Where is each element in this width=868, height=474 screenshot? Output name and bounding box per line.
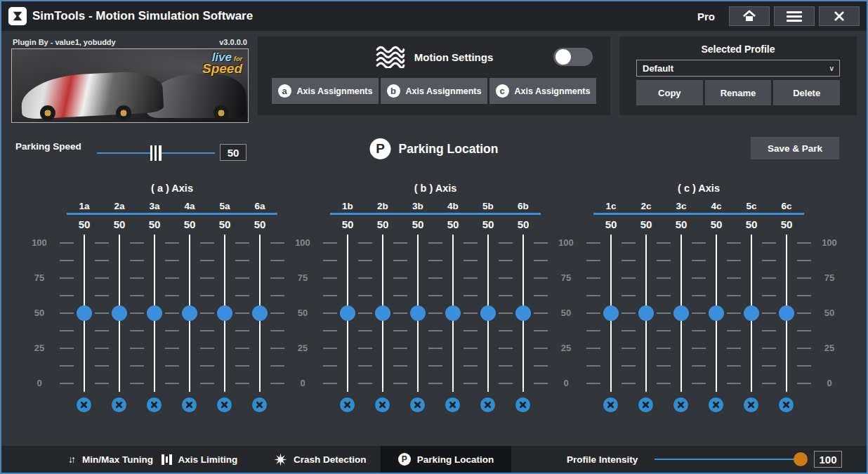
axis-assignments-a-button[interactable]: a Axis Assignments — [272, 78, 379, 104]
circled-a-icon: a — [278, 84, 291, 98]
tick-mark — [692, 348, 706, 349]
tick-mark — [657, 383, 671, 384]
tick-mark — [499, 348, 513, 349]
channel-label-4c: 4c — [699, 201, 734, 211]
channel-value-2b: 50 — [365, 218, 400, 230]
tick-mark — [165, 330, 179, 331]
axis-area: 1007550250100755025010075502501007550250… — [1, 163, 868, 423]
motion-toggle[interactable] — [553, 48, 593, 66]
axis-group-a: ( a ) Axis1a502a503a504a505a506a50 — [67, 163, 277, 423]
slider-thumb-2b[interactable] — [375, 305, 390, 321]
slider-thumb-4a[interactable] — [182, 305, 197, 321]
clear-button-6b[interactable] — [515, 397, 530, 412]
tab-axis-limiting[interactable]: Axis Limiting — [162, 446, 237, 473]
wheel-shape — [213, 105, 229, 121]
slider-thumb-1b[interactable] — [340, 305, 355, 321]
tick-mark — [428, 242, 442, 244]
tab-parking-location[interactable]: P Parking Location — [381, 446, 511, 473]
axis-assignments-b-button[interactable]: b Axis Assignments — [381, 78, 487, 104]
menu-button[interactable] — [774, 6, 815, 26]
tick-mark — [499, 277, 513, 279]
clear-button-2b[interactable] — [375, 397, 390, 412]
home-button[interactable] — [729, 6, 770, 26]
clear-button-1a[interactable] — [77, 397, 91, 412]
clear-button-6c[interactable] — [779, 397, 794, 412]
profile-dropdown[interactable]: Default v — [636, 60, 840, 77]
tick-mark — [463, 365, 478, 367]
tick-mark — [463, 330, 478, 331]
slider-thumb-6b[interactable] — [515, 305, 531, 321]
profile-intensity-value[interactable]: 100 — [814, 451, 842, 468]
parking-speed-thumb[interactable] — [150, 145, 162, 161]
tick-mark — [270, 330, 284, 331]
clear-button-4b[interactable] — [445, 397, 460, 412]
slider-thumb-5c[interactable] — [744, 305, 759, 321]
slider-thumb-3a[interactable] — [147, 305, 162, 321]
slider-thumb-3c[interactable] — [673, 305, 689, 321]
profile-intensity-label: Profile Intensity — [567, 446, 638, 473]
tick-mark — [323, 330, 337, 331]
slider-thumb-5a[interactable] — [217, 305, 232, 321]
clear-button-5c[interactable] — [744, 397, 758, 412]
scale-tick-label: 100 — [287, 237, 318, 249]
clear-button-5a[interactable] — [217, 397, 232, 412]
slider-thumb-2c[interactable] — [638, 305, 654, 321]
tick-mark — [622, 242, 636, 244]
slider-thumb-1a[interactable] — [77, 305, 92, 321]
tick-mark — [797, 295, 811, 296]
slider-thumb-4b[interactable] — [445, 305, 461, 321]
scale-tick-label: 50 — [551, 307, 581, 320]
clear-button-4a[interactable] — [182, 397, 197, 412]
parking-speed-slider[interactable] — [97, 152, 215, 154]
clear-button-3c[interactable] — [673, 397, 688, 412]
tick-mark — [586, 242, 600, 244]
slider-thumb-4c[interactable] — [709, 305, 724, 321]
tab-crash-detection[interactable]: Crash Detection — [274, 446, 367, 473]
save-and-park-button[interactable]: Save & Park — [751, 137, 839, 159]
slider-thumb-6c[interactable] — [779, 305, 794, 321]
parking-location-heading: P Parking Location — [370, 138, 499, 159]
profile-intensity-slider[interactable] — [655, 459, 795, 460]
axis-assignments-c-button[interactable]: c Axis Assignments — [489, 78, 596, 104]
tick-mark — [586, 312, 600, 314]
tick-mark — [586, 330, 600, 331]
tick-mark — [235, 365, 249, 367]
slider-thumb-2a[interactable] — [112, 305, 127, 321]
channel-value-4c: 50 — [699, 218, 734, 230]
slider-thumb-6a[interactable] — [252, 305, 268, 321]
channel-label-1b: 1b — [330, 201, 365, 211]
tick-mark — [692, 330, 706, 331]
copy-button[interactable]: Copy — [636, 80, 703, 105]
tick-mark — [130, 295, 144, 296]
parking-row: Parking Speed 50 P Parking Location Save… — [1, 133, 867, 165]
rename-button[interactable]: Rename — [705, 80, 772, 105]
clear-button-1b[interactable] — [340, 397, 355, 412]
clear-button-1c[interactable] — [603, 397, 618, 412]
tick-mark — [130, 277, 144, 279]
delete-button[interactable]: Delete — [773, 80, 840, 105]
clear-button-3a[interactable] — [147, 397, 162, 412]
clear-button-2c[interactable] — [638, 397, 653, 412]
clear-button-3b[interactable] — [410, 397, 425, 412]
axis-group-title: ( a ) Axis — [67, 183, 277, 194]
slider-thumb-5b[interactable] — [480, 305, 496, 321]
tick-mark — [358, 365, 372, 367]
scale-tick-label: 100 — [551, 237, 581, 249]
profile-intensity-thumb[interactable] — [794, 452, 808, 466]
channel-label-4b: 4b — [435, 201, 471, 211]
parking-speed-value[interactable]: 50 — [220, 144, 246, 161]
clear-button-5b[interactable] — [480, 397, 495, 412]
clear-button-6a[interactable] — [252, 397, 267, 412]
tick-mark — [428, 260, 442, 261]
clear-button-2a[interactable] — [112, 397, 126, 412]
slider-thumb-3b[interactable] — [410, 305, 426, 321]
close-button[interactable] — [819, 6, 860, 26]
clear-button-4c[interactable] — [709, 397, 723, 412]
tick-mark — [165, 365, 179, 367]
wheel-shape — [116, 105, 131, 121]
axis-scale: 1007550250 — [24, 163, 55, 423]
tick-mark — [762, 295, 776, 296]
slider-thumb-1c[interactable] — [603, 305, 619, 321]
tick-mark — [393, 348, 407, 349]
tab-min-max-tuning[interactable]: ↓↑ Min/Max Tuning — [68, 446, 153, 473]
